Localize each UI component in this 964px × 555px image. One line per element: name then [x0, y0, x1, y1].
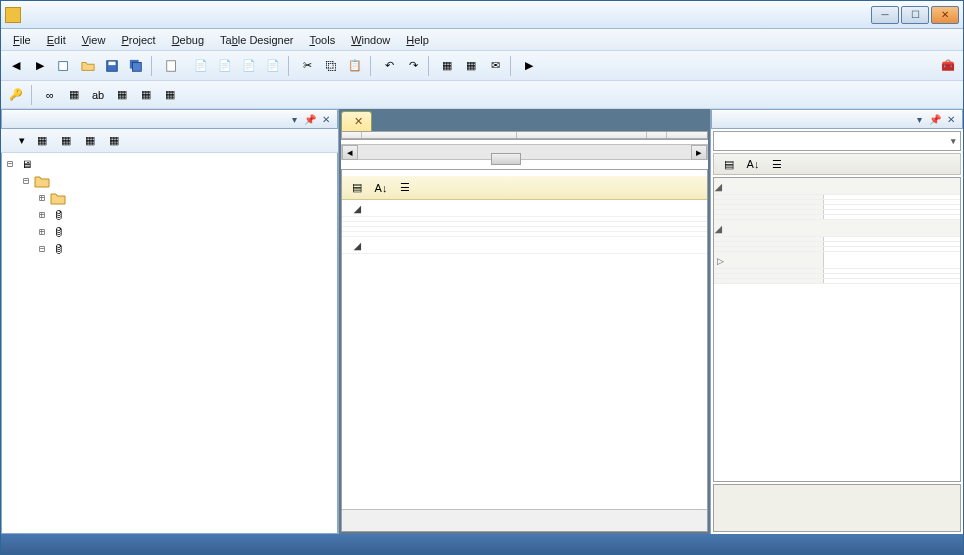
prop-rds-value[interactable] [824, 252, 960, 268]
prop-indexable-value [824, 242, 960, 246]
scroll-right-icon[interactable]: ▸ [691, 145, 707, 160]
tab-close-icon[interactable]: ✕ [354, 115, 363, 128]
object-explorer-title: ▾ 📌 ✕ [1, 109, 338, 129]
check-button[interactable]: ab [87, 84, 109, 106]
undo-button[interactable]: ↶ [378, 55, 400, 77]
chevron-down-icon[interactable]: ▾ [951, 136, 956, 146]
open-button[interactable] [77, 55, 99, 77]
menu-window[interactable]: Window [343, 32, 398, 48]
prop-identitycol-value[interactable] [824, 237, 960, 241]
menu-tools[interactable]: Tools [301, 32, 343, 48]
forward-button[interactable]: ▶ [29, 55, 51, 77]
save-all-button[interactable] [125, 55, 147, 77]
menu-view[interactable]: View [74, 32, 114, 48]
object-tree[interactable]: ⊟🖥 ⊟ ⊞ ⊞🛢 ⊞🛢 ⊟🛢 [1, 153, 338, 534]
prop-az-button[interactable]: A↓ [742, 153, 764, 175]
grid-header-name[interactable] [362, 132, 517, 138]
cp-default-label [342, 232, 472, 236]
copy-button[interactable]: ⿻ [320, 55, 342, 77]
prop-lock-value[interactable] [824, 247, 960, 251]
column-grid[interactable] [341, 131, 708, 140]
connect-dd-icon[interactable]: ▾ [15, 134, 29, 147]
tool2-button[interactable]: ▦ [111, 84, 133, 106]
toolbox-button[interactable]: 🧰 [937, 55, 959, 77]
database-icon: 🛢 [50, 225, 66, 239]
oe-close-icon[interactable]: ✕ [319, 112, 333, 126]
prop-pin-icon[interactable]: 📌 [928, 112, 942, 126]
prop-desc-value[interactable] [824, 205, 960, 209]
db-query3-button[interactable]: 📄 [238, 55, 260, 77]
cp-cat-button[interactable]: ▤ [346, 177, 368, 199]
oe-tool2[interactable]: ▦ [55, 130, 77, 152]
oe-dropdown-icon[interactable]: ▾ [287, 112, 301, 126]
cp-az-button[interactable]: A↓ [370, 177, 392, 199]
cp-default-value[interactable] [472, 232, 707, 236]
prop-close-icon[interactable]: ✕ [944, 112, 958, 126]
save-button[interactable] [101, 55, 123, 77]
prop-textimage-value[interactable] [824, 279, 960, 283]
new-query-button[interactable] [159, 57, 188, 75]
db-query2-button[interactable]: 📄 [214, 55, 236, 77]
tool-c-button[interactable]: ✉ [484, 55, 506, 77]
oe-tool1[interactable]: ▦ [31, 130, 53, 152]
menu-debug[interactable]: Debug [164, 32, 212, 48]
db-query4-button[interactable]: 📄 [262, 55, 284, 77]
tool3-button[interactable]: ▦ [135, 84, 157, 106]
prop-name-value[interactable] [824, 195, 960, 199]
menu-project[interactable]: Project [113, 32, 163, 48]
horizontal-scrollbar[interactable]: ◂ ▸ [341, 144, 708, 160]
index-button[interactable]: ▦ [63, 84, 85, 106]
cp-allownulls-value[interactable] [472, 222, 707, 226]
redo-button[interactable]: ↷ [402, 55, 424, 77]
paste-button[interactable]: 📋 [344, 55, 366, 77]
key-button[interactable]: 🔑 [5, 84, 27, 106]
cut-button[interactable]: ✂ [296, 55, 318, 77]
prop-schema-label [714, 210, 824, 214]
prop-textimage-label [714, 279, 824, 283]
cp-datatype-label [342, 227, 472, 231]
scroll-left-icon[interactable]: ◂ [342, 145, 358, 160]
close-button[interactable]: ✕ [931, 6, 959, 24]
maximize-button[interactable]: ☐ [901, 6, 929, 24]
prop-toolbar: ▤ A↓ ☰ [713, 153, 961, 175]
menubar: File Edit View Project Debug Table Desig… [1, 29, 963, 51]
menu-tabledesigner[interactable]: Table Designer [212, 32, 301, 48]
script-button[interactable]: ▦ [159, 84, 181, 106]
rel-button[interactable]: ∞ [39, 84, 61, 106]
prop-indexable-label [714, 242, 824, 246]
prop-rowguid-label [714, 274, 824, 278]
prop-schema-value[interactable] [824, 210, 960, 214]
new-project-button[interactable] [53, 55, 75, 77]
column-properties-tab[interactable] [341, 169, 708, 176]
execute-button[interactable]: ▶ [518, 55, 540, 77]
menu-file[interactable]: File [5, 32, 39, 48]
scroll-thumb[interactable] [491, 153, 521, 165]
oe-pin-icon[interactable]: 📌 [303, 112, 317, 126]
tool-b-button[interactable]: ▦ [460, 55, 482, 77]
cp-toolbar: ▤ A↓ ☰ [342, 176, 707, 200]
prop-page-button[interactable]: ☰ [766, 153, 788, 175]
tool-a-button[interactable]: ▦ [436, 55, 458, 77]
db-query-button[interactable]: 📄 [190, 55, 212, 77]
cp-page-button[interactable]: ☰ [394, 177, 416, 199]
back-button[interactable]: ◀ [5, 55, 27, 77]
menu-edit[interactable]: Edit [39, 32, 74, 48]
menu-help[interactable]: Help [398, 32, 437, 48]
prop-cat-button[interactable]: ▤ [718, 153, 740, 175]
prop-name-label [714, 195, 824, 199]
oe-tool4[interactable]: ▦ [103, 130, 125, 152]
prop-description-box [713, 484, 961, 532]
tab-table1[interactable]: ✕ [341, 111, 372, 131]
grid-header-nulls[interactable] [647, 132, 667, 138]
oe-tool3[interactable]: ▦ [79, 130, 101, 152]
prop-rowguid-value[interactable] [824, 274, 960, 278]
prop-dropdown-icon[interactable]: ▾ [912, 112, 926, 126]
cp-datatype-value[interactable] [472, 227, 707, 231]
prop-dbname-label [714, 200, 824, 204]
minimize-button[interactable]: ─ [871, 6, 899, 24]
property-grid[interactable]: ◢ ◢ ▷ [713, 177, 961, 482]
grid-header-type[interactable] [517, 132, 647, 138]
prop-server-label [714, 215, 824, 219]
prop-object-selector[interactable]: ▾ [713, 131, 961, 151]
cp-name-value[interactable] [472, 217, 707, 221]
